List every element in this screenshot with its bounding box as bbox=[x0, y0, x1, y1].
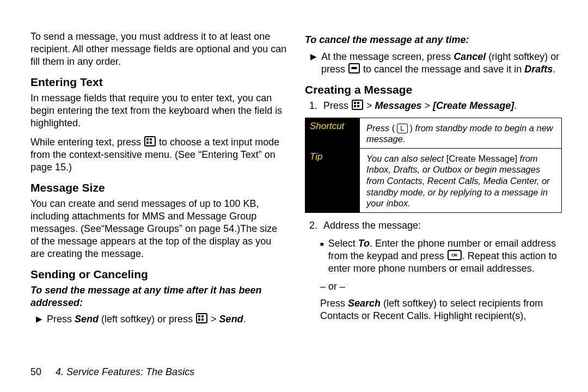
substep-search: Press Search (left softkey) to select re… bbox=[305, 297, 562, 322]
chapter-title: 4. Service Features: The Basics bbox=[56, 366, 194, 377]
left-column: To send a message, you must address it t… bbox=[30, 30, 287, 331]
cancel-label: Cancel bbox=[454, 51, 486, 62]
bullet-send: ▶ Press Send (left softkey) or press > S… bbox=[30, 313, 287, 326]
square-bullet-icon: ■ bbox=[320, 237, 324, 275]
manual-page: To send a message, you must address it t… bbox=[0, 0, 588, 392]
text: While entering text, press bbox=[30, 137, 144, 148]
or-separator: – or – bbox=[305, 280, 562, 293]
tips-box: Shortcut Press (L) from standby mode to … bbox=[305, 118, 562, 213]
text: Press bbox=[323, 100, 351, 111]
text: Press bbox=[320, 298, 348, 309]
heading-creating-message: Creating a Message bbox=[305, 83, 562, 96]
shortcut-text: Press (L) from standby mode to begin a n… bbox=[366, 121, 557, 145]
page-number: 50 bbox=[30, 366, 41, 377]
text: At the message screen, press bbox=[321, 51, 454, 62]
text: Select bbox=[328, 238, 358, 249]
send-label-2: Send bbox=[219, 314, 243, 324]
page-footer: 504. Service Features: The Basics bbox=[30, 366, 194, 378]
text: > bbox=[422, 100, 433, 111]
bullet-body: Press Send (left softkey) or press > Sen… bbox=[47, 313, 287, 326]
search-label: Search bbox=[348, 298, 381, 309]
substep-body: Select To. Enter the phone number or ema… bbox=[328, 237, 562, 275]
entering-text-p1: In message fields that require you to en… bbox=[30, 92, 287, 130]
entering-text-p2: While entering text, press to choose a t… bbox=[30, 136, 287, 174]
intro-paragraph: To send a message, you must address it t… bbox=[30, 30, 287, 68]
heading-sending-canceling: Sending or Canceling bbox=[30, 268, 287, 281]
triangle-bullet-icon: ▶ bbox=[36, 313, 42, 326]
bullet-cancel: ▶ At the message screen, press Cancel (r… bbox=[305, 51, 562, 76]
right-column: To cancel the message at any time: ▶ At … bbox=[305, 30, 562, 331]
create-message-label: [Create Message] bbox=[446, 154, 517, 163]
step-number: 1. bbox=[309, 100, 319, 112]
text: You can also select bbox=[366, 154, 446, 163]
shortcut-row: Shortcut Press (L) from standby mode to … bbox=[305, 118, 561, 148]
heading-entering-text: Entering Text bbox=[30, 76, 287, 89]
shortcut-label: Shortcut bbox=[305, 118, 360, 148]
tip-row: Tip You can also select [Create Message]… bbox=[305, 148, 561, 212]
message-size-p: You can create and send messages of up t… bbox=[30, 198, 287, 260]
menu-key-icon bbox=[144, 136, 156, 146]
text: to cancel the message and save it in bbox=[360, 64, 524, 75]
substep-body: Press Search (left softkey) to select re… bbox=[320, 297, 562, 322]
drafts-label: Drafts bbox=[524, 64, 553, 75]
to-label: To bbox=[358, 238, 370, 249]
tip-text: You can also select [Create Message] fro… bbox=[366, 152, 557, 209]
step-2: 2. Address the message: bbox=[305, 219, 562, 232]
columns: To send a message, you must address it t… bbox=[30, 30, 562, 331]
back-key-icon bbox=[348, 63, 360, 74]
text: (left softkey) or press bbox=[99, 314, 195, 324]
subhead-send: To send the message at any time after it… bbox=[30, 284, 287, 309]
text: . bbox=[243, 314, 246, 324]
step-body: Press > Messages > [Create Message]. bbox=[323, 100, 562, 112]
step-number: 2. bbox=[309, 219, 319, 232]
send-label: Send bbox=[75, 314, 99, 324]
menu-key-icon bbox=[352, 100, 363, 110]
step-body: Address the message: bbox=[323, 219, 562, 232]
text: . bbox=[553, 64, 555, 75]
menu-key-icon bbox=[196, 313, 207, 323]
text: Press bbox=[47, 314, 75, 324]
bullet-body: At the message screen, press Cancel (rig… bbox=[321, 51, 562, 76]
l-key-icon: L bbox=[397, 124, 407, 133]
heading-message-size: Message Size bbox=[30, 181, 287, 194]
triangle-bullet-icon: ▶ bbox=[310, 51, 317, 76]
tip-label: Tip bbox=[305, 149, 360, 212]
ok-key-icon bbox=[448, 250, 462, 260]
text: > bbox=[208, 314, 219, 324]
step-1: 1. Press > Messages > [Create Message]. bbox=[305, 100, 562, 112]
messages-label: Messages bbox=[375, 100, 422, 111]
substep-select-to: ■ Select To. Enter the phone number or e… bbox=[305, 237, 562, 275]
text: . bbox=[514, 100, 517, 111]
text: > bbox=[364, 100, 375, 111]
subhead-cancel: To cancel the message at any time: bbox=[305, 34, 562, 46]
create-message-label: [Create Message] bbox=[433, 100, 514, 111]
text: ( bbox=[392, 123, 395, 133]
text: Press bbox=[366, 123, 392, 133]
